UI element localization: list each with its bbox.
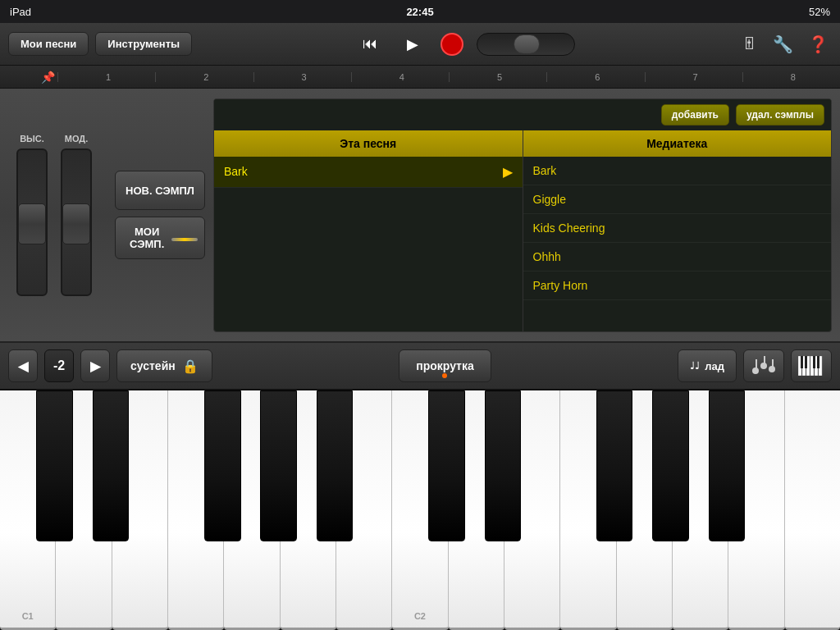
clock: 22:45 xyxy=(406,6,433,18)
mark-6: 6 xyxy=(546,72,644,82)
device-label: iPad xyxy=(10,6,31,18)
library-item-bark[interactable]: Bark xyxy=(523,157,832,185)
pitch-slider-track[interactable] xyxy=(16,148,48,296)
mod-label: МОД. xyxy=(65,134,88,144)
pitch-label: ВЫС. xyxy=(20,134,44,144)
pitch-slider-group: ВЫС. xyxy=(16,134,48,296)
svg-rect-5 xyxy=(772,359,774,369)
scroll-dot xyxy=(442,373,447,378)
keyboard-icon xyxy=(798,356,824,376)
toolbar-right: 🎚 🔧 ❓ xyxy=(738,31,832,57)
library-column: Медиатека Bark Giggle Kids Cheering Ohhh xyxy=(523,130,832,331)
white-key-c3[interactable] xyxy=(785,390,840,630)
svg-rect-14 xyxy=(813,356,815,368)
volume-thumb xyxy=(514,34,540,54)
mark-5: 5 xyxy=(449,72,546,82)
settings-icon[interactable]: 🔧 xyxy=(769,31,797,57)
mod-slider-thumb xyxy=(62,203,90,244)
my-songs-button[interactable]: Мои песни xyxy=(8,32,89,56)
library-header: Медиатека xyxy=(523,130,832,157)
sample-btn-indicator xyxy=(171,238,198,241)
lock-icon: 🔒 xyxy=(182,358,199,374)
octave-display: -2 xyxy=(44,349,74,382)
instrument-area: ВЫС. МОД. НОВ. СЭМПЛ МОИ СЭМП. добавить … xyxy=(0,89,840,343)
keyboard-view-button[interactable] xyxy=(791,349,832,382)
library-item-ohhh[interactable]: Ohhh xyxy=(523,243,832,272)
instruments-button[interactable]: Инструменты xyxy=(95,32,192,56)
this-song-header: Эта песня xyxy=(214,130,523,157)
black-key-0[interactable] xyxy=(36,390,72,541)
scroll-button[interactable]: прокрутка xyxy=(399,349,491,382)
library-item-party-horn[interactable]: Party Horn xyxy=(523,272,832,300)
svg-rect-3 xyxy=(764,356,765,366)
battery-indicator: 52% xyxy=(809,6,830,18)
new-sample-button[interactable]: НОВ. СЭМПЛ xyxy=(115,171,205,210)
black-key-3[interactable] xyxy=(204,390,240,541)
sample-action-toolbar: добавить удал. сэмплы xyxy=(214,99,831,130)
play-button[interactable]: ▶ xyxy=(398,30,427,59)
sample-content-panel: добавить удал. сэмплы Эта песня Bark ▶ М… xyxy=(213,98,832,332)
mark-4: 4 xyxy=(351,72,449,82)
timeline: 📌 1 2 3 4 5 6 7 8 xyxy=(0,66,840,89)
note-icon: ♩♩ xyxy=(690,360,700,372)
pitch-mod-panel: ВЫС. МОД. xyxy=(8,126,107,304)
svg-rect-1 xyxy=(756,359,757,371)
svg-rect-12 xyxy=(801,356,803,368)
arpeggio-icon xyxy=(752,356,775,376)
black-key-10[interactable] xyxy=(596,390,632,541)
status-bar: iPad 22:45 52% xyxy=(0,0,840,23)
svg-rect-13 xyxy=(805,356,807,368)
sample-buttons-panel: НОВ. СЭМПЛ МОИ СЭМП. xyxy=(107,162,213,267)
octave-up-button[interactable]: ▶ xyxy=(80,349,110,382)
black-key-12[interactable] xyxy=(709,390,745,541)
pitch-slider-thumb xyxy=(18,203,46,244)
black-key-1[interactable] xyxy=(93,390,129,541)
song-item-bark[interactable]: Bark ▶ xyxy=(214,157,523,188)
this-song-column: Эта песня Bark ▶ xyxy=(214,130,523,331)
mod-slider-track[interactable] xyxy=(61,148,92,296)
mixer-icon[interactable]: 🎚 xyxy=(738,31,761,57)
bottom-controls: ◀ -2 ▶ сустейн 🔒 прокрутка ♩♩ лад xyxy=(0,343,840,390)
mark-1: 1 xyxy=(57,72,155,82)
add-sample-button[interactable]: добавить xyxy=(661,104,729,126)
help-icon[interactable]: ❓ xyxy=(805,31,832,57)
sample-lists: Эта песня Bark ▶ Медиатека Bark Giggle xyxy=(214,130,831,331)
black-key-7[interactable] xyxy=(428,390,464,541)
scale-button[interactable]: ♩♩ лад xyxy=(678,349,737,382)
mark-3: 3 xyxy=(253,72,351,82)
black-key-8[interactable] xyxy=(485,390,521,541)
timeline-pin: 📌 xyxy=(41,71,55,84)
timeline-marks: 1 2 3 4 5 6 7 8 xyxy=(57,72,840,82)
transport-controls: ⏮ ▶ xyxy=(199,30,732,59)
arpeggio-button[interactable] xyxy=(743,349,784,382)
library-list[interactable]: Bark Giggle Kids Cheering Ohhh Party Hor… xyxy=(523,157,832,331)
svg-rect-15 xyxy=(817,356,819,368)
record-button[interactable] xyxy=(441,33,463,56)
mark-8: 8 xyxy=(742,72,840,82)
octave-down-button[interactable]: ◀ xyxy=(8,349,38,382)
black-key-4[interactable] xyxy=(260,390,296,541)
battery-label: 52% xyxy=(809,6,830,18)
library-item-kids-cheering[interactable]: Kids Cheering xyxy=(523,214,832,243)
top-toolbar: Мои песни Инструменты ⏮ ▶ 🎚 🔧 ❓ xyxy=(0,23,840,66)
black-key-11[interactable] xyxy=(652,390,688,541)
my-samples-button[interactable]: МОИ СЭМП. xyxy=(115,217,205,259)
volume-slider[interactable] xyxy=(477,33,575,56)
this-song-list[interactable]: Bark ▶ xyxy=(214,157,523,331)
library-item-giggle[interactable]: Giggle xyxy=(523,185,832,214)
sustain-button[interactable]: сустейн 🔒 xyxy=(116,349,212,382)
delete-sample-button[interactable]: удал. сэмплы xyxy=(736,104,824,126)
mark-2: 2 xyxy=(155,72,253,82)
piano-keyboard[interactable]: C1C2 xyxy=(0,390,840,630)
mark-7: 7 xyxy=(645,72,742,82)
rewind-button[interactable]: ⏮ xyxy=(355,30,385,59)
black-key-5[interactable] xyxy=(317,390,353,541)
arrow-icon: ▶ xyxy=(503,164,513,180)
mod-slider-group: МОД. xyxy=(61,134,92,296)
